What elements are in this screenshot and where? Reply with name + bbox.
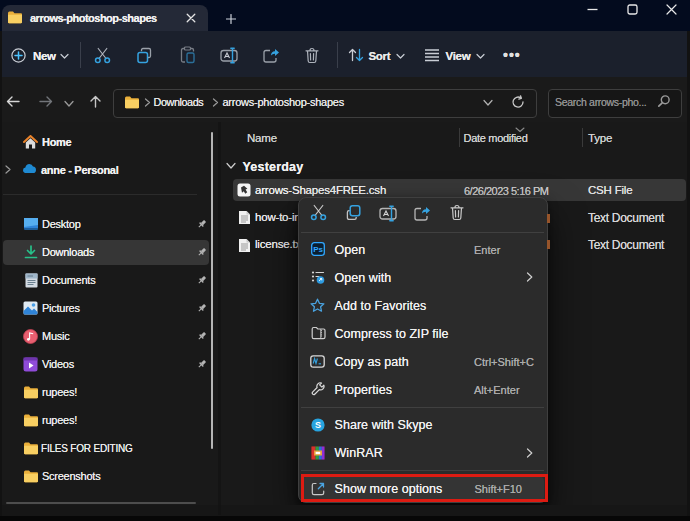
svg-text:S: S [315,420,321,430]
svg-text:Ps: Ps [313,245,323,254]
